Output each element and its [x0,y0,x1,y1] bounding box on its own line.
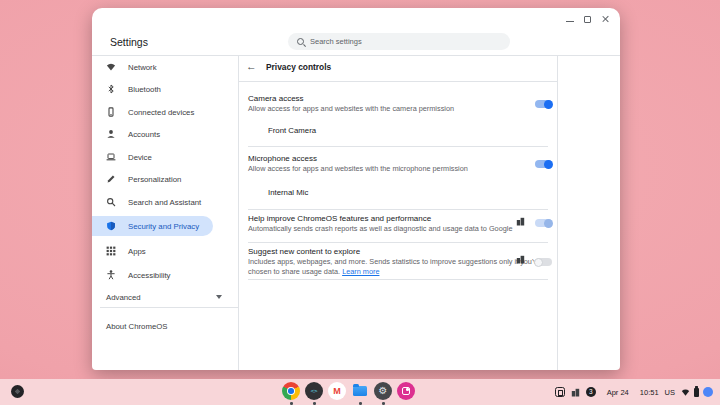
help-improve-title: Help improve ChromeOS features and perfo… [248,214,431,223]
screencast-square [402,387,411,396]
chrome-icon-dot [288,388,294,394]
shield-icon [106,221,116,231]
status-time[interactable]: 10:51 [640,388,659,397]
wifi-status-icon [681,388,690,397]
sidebar-item-accounts[interactable]: Accounts [92,124,213,144]
phone-icon [106,107,116,117]
folder-shape [353,386,367,396]
desktop-background: Settings Network Bluetooth Connected dev… [0,0,720,405]
microphone-device-row[interactable]: Internal Mic [268,188,308,197]
managed-building-icon [571,388,580,397]
sidebar-item-device[interactable]: Device [92,147,213,167]
code-app-icon[interactable]: <> [305,382,323,400]
search-icon [297,38,304,45]
content-divider-vertical [557,55,558,370]
files-icon[interactable] [351,382,369,400]
search-icon [106,197,116,207]
person-icon [106,129,116,139]
accessibility-icon [106,270,116,280]
sidebar-item-bluetooth[interactable]: Bluetooth [92,79,213,99]
shelf: <> M ⚙ 3 Apr 24 10:51 US [0,379,720,405]
header-divider [92,55,620,56]
back-arrow-icon[interactable]: ← [246,61,257,72]
gmail-icon[interactable]: M [328,382,346,400]
content-header-divider [239,81,557,82]
microphone-access-title: Microphone access [248,154,317,163]
toggle-knob [544,219,553,228]
content-title: Privacy controls [266,63,331,72]
sidebar-item-about-chromeos[interactable]: About ChromeOS [92,316,238,336]
wifi-icon [106,62,116,72]
managed-building-icon [516,255,525,264]
microphone-access-subtitle: Allow access for apps and websites with … [248,164,544,174]
window-switcher-icon[interactable] [555,387,565,397]
sidebar-item-connected-devices[interactable]: Connected devices [92,102,213,122]
search-bar[interactable] [288,33,510,50]
status-date[interactable]: Apr 24 [607,388,629,397]
sidebar-item-advanced[interactable]: Advanced [92,287,238,307]
sidebar-item-accessibility[interactable]: Accessibility [92,265,213,285]
status-input-method[interactable]: US [665,388,675,397]
camera-access-toggle[interactable] [535,100,552,108]
sidebar-item-label: Bluetooth [128,85,161,94]
camera-device-row[interactable]: Front Camera [268,126,316,135]
sidebar-item-apps[interactable]: Apps [92,241,213,261]
sidebar-item-personalization[interactable]: Personalization [92,169,213,189]
status-tray[interactable]: 3 Apr 24 10:51 US [555,383,713,401]
sidebar-item-label: Search and Assistant [128,198,201,207]
help-improve-subtitle: Automatically sends crash reports as wel… [248,224,544,234]
notification-count-badge[interactable]: 3 [586,387,596,397]
suggest-content-toggle[interactable] [535,258,552,266]
maximize-icon[interactable] [584,16,591,23]
row-divider [248,279,548,280]
bluetooth-icon [106,84,116,94]
minimize-icon[interactable] [566,17,574,22]
gear-glyph: ⚙ [379,386,388,396]
pen-icon [106,174,116,184]
sidebar-item-label: Network [128,63,157,72]
sidebar-item-label: Personalization [128,175,181,184]
row-divider [248,146,548,147]
help-improve-toggle[interactable] [535,219,552,227]
laptop-icon [106,152,116,162]
chrome-icon-center [287,387,295,395]
running-indicator-dot [382,402,385,405]
chevron-down-icon [216,295,222,299]
avatar [703,387,713,397]
code-glyph: <> [310,388,317,394]
row-divider [248,242,548,243]
toggle-knob [534,258,543,267]
sidebar-item-label: Accounts [128,130,160,139]
sidebar-item-search-assistant[interactable]: Search and Assistant [92,192,213,212]
row-divider [248,209,548,210]
launcher-button[interactable] [11,385,24,398]
toggle-knob [544,100,553,109]
suggest-content-title: Suggest new content to explore [248,247,360,256]
window-controls [566,15,609,23]
sidebar-item-security-privacy[interactable]: Security and Privacy [92,216,213,236]
camera-access-subtitle: Allow access for apps and websites with … [248,104,544,114]
suggest-content-subtitle: Includes apps, webpages, and more. Sends… [248,257,544,277]
advanced-label: Advanced [106,293,141,302]
sidebar-divider-vertical [238,55,239,370]
managed-building-icon [516,217,525,226]
sidebar-item-label: Security and Privacy [128,222,199,231]
sidebar-item-network[interactable]: Network [92,57,213,77]
chrome-icon[interactable] [282,382,300,400]
camera-access-title: Camera access [248,94,304,103]
microphone-access-toggle[interactable] [535,160,552,168]
shelf-pinned-apps: <> M ⚙ [282,382,415,400]
learn-more-link[interactable]: Learn more [342,267,379,276]
screencast-icon[interactable] [397,382,415,400]
close-icon[interactable] [601,15,609,23]
settings-gear-icon[interactable]: ⚙ [374,382,392,400]
gmail-m-glyph: M [333,387,341,396]
toggle-knob [544,160,553,169]
sidebar-item-label: Connected devices [128,108,194,117]
sidebar-item-label: Apps [128,247,146,256]
search-input[interactable] [304,37,510,46]
running-indicator-dot [359,402,362,405]
settings-window: Settings Network Bluetooth Connected dev… [92,8,620,370]
sidebar-item-label: Device [128,153,152,162]
apps-grid-icon [106,246,116,256]
